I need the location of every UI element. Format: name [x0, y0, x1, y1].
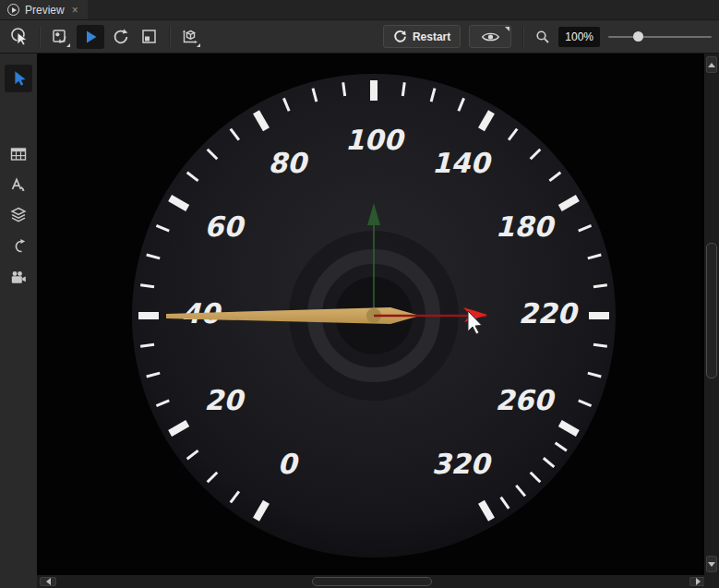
toolbar-separator [522, 27, 524, 47]
text-tool-icon [9, 175, 28, 194]
scroll-left-button[interactable] [40, 577, 56, 586]
restart-label: Restart [413, 30, 450, 43]
vertical-scrollbar[interactable] [704, 54, 719, 575]
preview-window: Preview × [0, 0, 719, 588]
gauge-minor-tick [140, 344, 154, 346]
dropdown-corner-icon [505, 27, 509, 31]
gauge-value-label: 60 [204, 210, 246, 243]
zoom-slider[interactable] [608, 30, 712, 43]
toolbar-separator [39, 27, 41, 47]
gauge-value-label: 180 [496, 210, 557, 243]
sidebar-item-table-view[interactable] [5, 140, 32, 168]
zoom-magnifier-icon [535, 30, 550, 44]
gauge-value-label: 260 [496, 384, 557, 416]
sidebar-item-select[interactable] [5, 65, 32, 92]
tab-close-icon[interactable]: × [70, 5, 80, 16]
gauge-value-label: 100 [345, 124, 406, 156]
arrow-down-icon [708, 562, 715, 567]
gauge-value-label: 20 [204, 384, 246, 416]
vertical-scroll-thumb[interactable] [706, 243, 717, 378]
select-tool-button[interactable] [7, 25, 31, 49]
select-cursor-icon [9, 69, 28, 88]
toolbar: Restart 100% [0, 20, 719, 54]
horizontal-scrollbar[interactable] [37, 575, 704, 588]
scale-tool-icon [139, 27, 160, 47]
gauge-minor-tick [593, 285, 607, 287]
gauge-minor-tick [140, 285, 154, 287]
dropdown-corner-icon [197, 43, 200, 47]
sidebar-item-connections[interactable] [5, 233, 32, 260]
scroll-up-button[interactable] [706, 56, 717, 73]
gauge-minor-tick [343, 82, 345, 96]
tab-title: Preview [25, 4, 65, 17]
transform-tool-button[interactable] [48, 25, 72, 49]
arrow-left-icon [46, 578, 51, 585]
gauge-minor-tick [402, 82, 404, 96]
arrow-right-icon [696, 578, 701, 585]
left-sidebar [0, 54, 37, 588]
dropdown-corner-icon [66, 43, 70, 47]
scale-tool-button[interactable] [138, 25, 162, 49]
gauge-minor-tick [593, 344, 607, 346]
layers-icon [9, 206, 28, 224]
rotate-tool-button[interactable] [109, 25, 133, 49]
restart-button[interactable]: Restart [383, 25, 461, 48]
tab-bar: Preview × [0, 0, 719, 20]
gauge-value-label: 140 [432, 147, 493, 179]
eye-icon [481, 30, 500, 43]
play-tool-button[interactable] [77, 25, 104, 49]
visibility-button[interactable] [469, 25, 511, 48]
gauge-preview: 020406080100140180220260320 [37, 54, 704, 575]
scroll-down-button[interactable] [706, 556, 717, 572]
scrollbar-corner [704, 575, 719, 588]
select-tool-icon [9, 27, 30, 47]
connections-icon [9, 237, 28, 256]
tab-preview[interactable]: Preview × [0, 0, 88, 19]
sidebar-item-layers[interactable] [5, 201, 32, 229]
gauge-value-label: 0 [278, 448, 300, 480]
move-3d-tool-button[interactable] [178, 25, 202, 49]
gauge-value-label: 220 [519, 297, 580, 330]
horizontal-scroll-thumb[interactable] [312, 577, 432, 586]
play-icon [81, 28, 100, 46]
preview-canvas[interactable]: 020406080100140180220260320 [37, 54, 704, 575]
zoom-level-value[interactable]: 100% [558, 27, 600, 47]
table-icon [9, 145, 28, 163]
preview-play-icon [7, 4, 19, 16]
sidebar-item-camera[interactable] [5, 264, 32, 292]
gauge-value-label: 320 [432, 448, 493, 480]
gauge-value-label: 80 [268, 147, 309, 179]
toolbar-right-group: Restart 100% [383, 25, 712, 48]
rotate-tool-icon [111, 27, 131, 47]
camera-icon [9, 269, 28, 287]
sidebar-item-text[interactable] [5, 171, 32, 198]
toolbar-separator [169, 27, 171, 47]
zoom-slider-track[interactable] [608, 36, 712, 38]
arrow-up-icon [708, 63, 715, 67]
restart-icon [393, 30, 407, 43]
zoom-slider-handle[interactable] [633, 31, 643, 42]
